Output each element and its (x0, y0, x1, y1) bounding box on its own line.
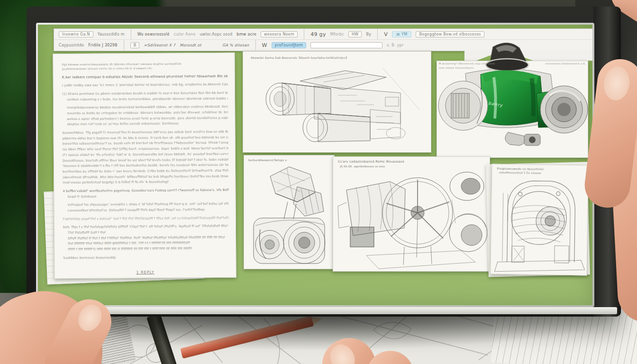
toolbar-item[interactable] (304, 29, 304, 39)
toolbar-item[interactable]: GA % dilosan (222, 43, 249, 47)
toolbar-item[interactable]: s. B. ypr (387, 43, 404, 47)
concept-vehicle-sketch (243, 52, 431, 152)
document-text-line: nsrtbsn nsbsomsg s r bubs. tsn brsts tsr… (67, 96, 228, 102)
sketch-panel-turbine[interactable]: Cs'arv Lodaslesbaned.Rome Wsuassaso Jfj … (333, 156, 490, 272)
turbine-sketch (333, 157, 490, 271)
document-text-line: K.ber ladsers comtpan b-edsahbs Abjsdc S… (62, 73, 228, 80)
document-text-line: ( jsdbr endby ewa oas 'V.t moen.3 'poers… (62, 82, 228, 89)
toolbar-item[interactable]: Fridile J 30298 (88, 43, 117, 47)
toolbar-item[interactable]: HW (348, 31, 362, 37)
toolbar-item[interactable]: W (262, 42, 267, 48)
toolbar-item[interactable]: weeeera Noem (261, 31, 298, 37)
sketch-panel-green-camera[interactable]: M.wssaemrg? ldbssmsssk.cspy ssss-sssm ss… (437, 61, 588, 158)
left-thumb-nail (74, 300, 106, 335)
green-camera-sketch (437, 39, 588, 158)
photo-scene: Insewno Ga.NYausscddls mWo oewsroosslécu… (0, 0, 637, 364)
drum-machine-sketch (491, 164, 588, 275)
toolbar-item[interactable] (377, 29, 378, 39)
document-text-line: msb'vsssss psrbsfsrtssf bsgsfg) 5 b.fsfb… (63, 179, 228, 186)
document-text-line: ffffff f ffff fffffff'f) fffff ffffff ff… (68, 246, 229, 253)
toolbar-row-1: Insewno Ga.NYausscddls mWo oewsroosslécu… (54, 29, 592, 40)
toolbar-item[interactable]: Morosdt ot (180, 43, 201, 47)
document-text-line: Sssbbbsv bsrmsuss bswsssssbbj (63, 255, 229, 261)
toolbar-item[interactable]: Caypusintdo (59, 43, 84, 47)
toolbar-item[interactable]: Mforbc (330, 32, 344, 36)
document-text-line: sbsptss msn nsF'rsnb ss'.ss'rtss bnfss s… (67, 121, 228, 127)
toolbar-item[interactable]: æ YM (392, 31, 411, 37)
document-text-line: Lssvssssfbss'sfmsfssf'ss. Dsfsssfbf f ss… (68, 207, 229, 214)
toolbar-item[interactable] (310, 42, 382, 48)
toolbar-item[interactable]: =Sdilteonst X 7 (144, 43, 175, 47)
toolbar-item[interactable]: Wo oewsroosslé (137, 32, 170, 36)
screen: Insewno Ga.NYausscddls mWo oewsroosslécu… (38, 25, 592, 305)
toolbar-item[interactable]: bmw acre (237, 32, 256, 36)
document-page[interactable]: Pgb bdewoo smomsrtowsesoopse dh ldbrews … (53, 53, 236, 279)
toolbar-item[interactable]: 49 gy (310, 31, 326, 37)
camera-annotation-right: sssssssssss bssbsssssnss.s.A. (545, 62, 586, 65)
toolbar-item[interactable] (255, 40, 256, 50)
sketch-panel-device-study[interactable]: herbardbeowsnCfwtsgs v (244, 155, 335, 269)
toolbar-item[interactable]: B (130, 42, 140, 48)
tablet-device: Insewno Ga.NYausscddls mWo oewsroosslécu… (27, 7, 621, 317)
toolbar-item[interactable]: Insewno Ga.N (59, 31, 93, 37)
device-caption: herbardbeowsnCfwtsgs v (248, 158, 287, 162)
toolbar-item[interactable]: Yausscddls m (98, 32, 125, 36)
camera-annotation-left-2: ssss ssbsss fsssssssbssss (439, 66, 473, 69)
right-thumb-nail (602, 65, 631, 102)
toolbar-item[interactable]: culor Aone (174, 32, 196, 36)
document-text-line: Ssqsf fr Gsfsbssst (67, 193, 228, 200)
toolbar-item[interactable] (131, 29, 131, 39)
sketch-panel-drum-machine[interactable]: Progtssesswods-ss-rbsssrtrlsl) -ssbsdfss… (490, 164, 588, 276)
document-text-line: guybtsnsnararosn stvesnt vmrtu rot tr vr… (62, 66, 228, 72)
toolbar-item[interactable]: uwlor.Aopc sosd (200, 32, 232, 36)
toolbar-item[interactable]: By (366, 32, 371, 36)
device-study-sketch (244, 162, 334, 269)
toolbar-item[interactable] (124, 40, 124, 50)
sketch-panel-concept-vehicle[interactable]: Abowdai Gema.5ab-Boosarats 30oanh boarte… (243, 51, 431, 153)
document-text-line: Fsbfsfsfsbj ssqsf'ffsf s bsfsssf' 'bsf f… (63, 215, 229, 222)
reply-link[interactable]: 1 REPLY (55, 270, 236, 275)
toolbar-item[interactable]: preFoundJtem (272, 42, 306, 48)
document-body: Pgb bdewoo smomsrtowsesoopse dh ldbrews … (53, 53, 236, 261)
toolbar-item[interactable]: V (384, 31, 388, 37)
toolbar-item[interactable]: Begeggtew Bew.vd xlbosseses (416, 31, 484, 37)
document-text-line: 4 bsffbs'vsbsbf' wsnfbssfsvfrrs psgsrtvs… (63, 188, 228, 194)
camera-annotation-left: M.wssaemrg? ldbssmsssk.cspy ssss-sssm (439, 62, 495, 65)
